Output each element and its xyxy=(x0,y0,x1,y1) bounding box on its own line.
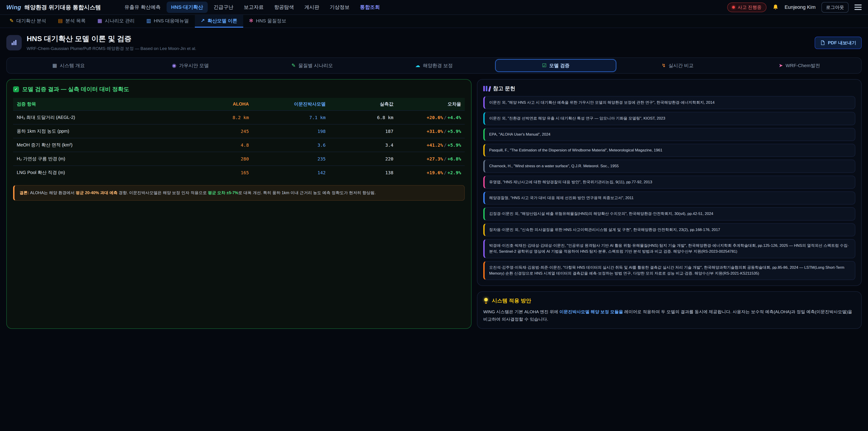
menu-icon[interactable] xyxy=(855,4,862,10)
incident-badge-label: 사고 진행중 xyxy=(738,4,762,10)
references-card-title: 참고 문헌 xyxy=(483,85,855,92)
subnav-item-label: 확산모델 이론 xyxy=(208,18,237,24)
metric-name: H₂ 가연성 구름 반경 (m) xyxy=(13,152,185,166)
error-rates: +19.6%/+2.9% xyxy=(397,166,465,179)
main-nav: 유출유 확산예측 HNS·대기확산 긴급구난 보고자료 항공탐색 게시판 기상정… xyxy=(120,2,384,13)
measured-value: 187 xyxy=(329,124,397,138)
subnav-item[interactable]: ✻ HNS 물질정보 xyxy=(243,15,292,28)
aloha-error-rate: +41.2% xyxy=(427,143,443,148)
subnav-item[interactable]: ▦ 시나리오 관리 xyxy=(92,15,141,28)
chart-icon xyxy=(6,35,22,51)
incident-status-badge: 사고 진행중 xyxy=(727,2,767,12)
subnav-item-label: HNS 물질정보 xyxy=(256,18,286,24)
section-tabs: ▦ 시스템 개요 ◉ 가우시안 모델 ✎ 물질별 시나리오 ☁ 해양환경 보정 … xyxy=(6,57,862,74)
pdf-export-button[interactable]: PDF 내보내기 xyxy=(815,37,862,49)
model-value: 235 xyxy=(252,152,329,166)
tab-label: 시스템 개요 xyxy=(60,62,85,69)
subnav-item-icon: ✻ xyxy=(249,18,253,23)
note-segment: 평균 20-40% 과대 예측 xyxy=(76,190,118,195)
brand[interactable]: Wing 해양환경 위기대응 통합시스템 xyxy=(6,4,101,11)
note-segment: 경향. 이문진박사모델은 해양 보정 인자 적용으로 xyxy=(118,190,208,195)
reference-item[interactable]: 이문진 외, "해양 HNS 사고 시 대기확산 예측을 위한 가우시안 모델의… xyxy=(483,96,855,109)
system-application-card: 시스템 적용 방안 WING 시스템은 기본 ALOHA 엔진 위에 이문진박사… xyxy=(477,291,862,329)
nav-item[interactable]: 항공탐색 xyxy=(270,2,299,13)
subnav-item[interactable]: ↗ 확산모델 이론 xyxy=(195,15,243,28)
reference-item[interactable]: Charnock, H., "Wind stress on a water su… xyxy=(483,160,855,173)
model-error-rate: +6.8% xyxy=(447,156,461,162)
application-title-text: 시스템 적용 방안 xyxy=(492,297,531,304)
col-header-metric: 검증 항목 xyxy=(13,98,185,111)
model-validation-card: ✓ 모델 검증 결과 — 실측 데이터 대비 정확도 검증 항목 ALOHA 이… xyxy=(6,79,471,329)
tab[interactable]: ➤ WRF-Chem발전 xyxy=(739,59,860,72)
nav-item[interactable]: 게시판 xyxy=(300,2,324,13)
reference-item[interactable]: 해양경찰청, "HNS 사고 국가 대비 대응 체제 선진화 방안 연구용역 최… xyxy=(483,191,855,205)
subnav-item-label: 분석 목록 xyxy=(65,18,86,24)
page-title: HNS 대기확산 모델 이론 및 검증 xyxy=(27,34,196,44)
tab[interactable]: ☑ 모델 검증 xyxy=(495,59,616,72)
nav-item[interactable]: 유출유 확산예측 xyxy=(120,2,165,13)
tab-icon: ↯ xyxy=(662,63,666,68)
nav-item[interactable]: 긴급구난 xyxy=(209,2,238,13)
subnav-item-label: 대기확산 분석 xyxy=(16,18,46,24)
table-row: MeOH 증기 확산 면적 (km²) 4.8 3.6 3.4 +41.2%/+… xyxy=(13,138,465,152)
subnav-item-icon: ▤ xyxy=(58,18,63,23)
reference-item[interactable]: EPA, "ALOHA User's Manual", 2024 xyxy=(483,128,855,141)
tab-label: 실시간 비교 xyxy=(669,62,694,69)
tab-icon: ✎ xyxy=(291,63,296,68)
application-segment: WING 시스템은 기본 ALOHA 엔진 위에 xyxy=(483,309,559,314)
tab-icon: ☑ xyxy=(542,63,547,68)
logout-button[interactable]: 로그아웃 xyxy=(822,2,848,13)
header-titles: HNS 대기확산 모델 이론 및 검증 WRF-Chem·Gaussian Pl… xyxy=(27,34,196,52)
nav-item[interactable]: 통합조회 xyxy=(355,2,384,13)
col-header-measured: 실측값 xyxy=(329,98,397,111)
tab[interactable]: ↯ 실시간 비교 xyxy=(617,59,738,72)
col-header-aloha: ALOHA xyxy=(185,98,252,111)
measured-value: 220 xyxy=(329,152,397,166)
main-content: ✓ 모델 검증 결과 — 실측 데이터 대비 정확도 검증 항목 ALOHA 이… xyxy=(6,79,862,329)
model-error-rate: +5.9% xyxy=(447,129,461,134)
error-rates: +31.0%/+5.9% xyxy=(397,124,465,138)
conclusion-note: 결론: ALOHA는 해양 환경에서 평균 20-40% 과대 예측 경향. 이… xyxy=(13,185,465,201)
notification-bell-icon[interactable] xyxy=(772,4,779,10)
nav-item[interactable]: HNS·대기확산 xyxy=(166,2,208,13)
error-rates: +27.3%/+6.8% xyxy=(397,152,465,166)
brand-name: 해양환경 위기대응 통합시스템 xyxy=(24,4,101,11)
reference-item[interactable]: 오진석·김주영·이득재·김용범·최준·이문진, "다항목 HNS 데이터의 실시… xyxy=(483,261,855,280)
reference-item[interactable]: 박경애·이진호·박재진·김태성·김태성·이문진, "인공위성 원격탐사 기반 A… xyxy=(483,239,855,258)
col-header-model: 이문진박사모델 xyxy=(252,98,329,111)
reference-item[interactable]: 정차용·이문진 외, "신속한 의사결정을 위한 HNS 사고이력관리시스템 설… xyxy=(483,223,855,237)
measured-value: 138 xyxy=(329,166,397,179)
document-icon xyxy=(820,40,825,45)
tab[interactable]: ▦ 시스템 개요 xyxy=(8,59,129,72)
nav-item[interactable]: 기상정보 xyxy=(325,2,354,13)
validation-table-head: 검증 항목 ALOHA 이문진박사모델 실측값 오차율 xyxy=(13,98,465,111)
table-row: 풍하 1km 지점 농도 (ppm) 245 198 187 +31.0%/+5… xyxy=(13,124,465,138)
model-value: 7.1 km xyxy=(252,111,329,124)
subnav-item[interactable]: ✎ 대기확산 분석 xyxy=(4,15,52,28)
application-card-title: 시스템 적용 방안 xyxy=(483,297,855,304)
tab-label: 가우시안 모델 xyxy=(179,62,209,69)
note-segment: 평균 오차 ±5-7% xyxy=(208,190,238,195)
reference-item[interactable]: Pasquill, F., "The Estimation of the Dis… xyxy=(483,144,855,157)
references-title-text: 참고 문헌 xyxy=(493,85,515,92)
aloha-error-rate: +20.6% xyxy=(427,115,443,120)
tab[interactable]: ✎ 물질별 시나리오 xyxy=(252,59,373,72)
subnav-item[interactable]: ▥ HNS 대응매뉴얼 xyxy=(141,15,195,28)
tab-icon: ➤ xyxy=(779,63,783,68)
validation-card-title: ✓ 모델 검증 결과 — 실측 데이터 대비 정확도 xyxy=(13,86,465,93)
metric-name: NH₃ 최대 도달거리 (AEGL-2) xyxy=(13,111,185,124)
tab[interactable]: ◉ 가우시안 모델 xyxy=(130,59,251,72)
app-root: Wing 해양환경 위기대응 통합시스템 유출유 확산예측 HNS·대기확산 긴… xyxy=(0,0,868,329)
nav-item[interactable]: 보고자료 xyxy=(239,2,268,13)
aloha-value: 8.2 km xyxy=(185,111,252,124)
wing-logo: Wing xyxy=(6,4,21,11)
reference-item[interactable]: 김정경·이문진 외, "해양산업시설 배출 위험유해물질(HNS)의 해양확산 … xyxy=(483,207,855,220)
note-segment: 로 대폭 개선. 특히 풍하 1km 이내 근거리 농도 예측 정확도가 현저히… xyxy=(238,190,376,195)
reference-item[interactable]: 유영엽, "HNS 재난사고에 대한 해양경찰의 대응 방안", 한국위기관리논… xyxy=(483,176,855,189)
validation-title-text: 모델 검증 결과 — 실측 데이터 대비 정확도 xyxy=(22,86,129,93)
model-value: 142 xyxy=(252,166,329,179)
subnav-item[interactable]: ▤ 분석 목록 xyxy=(52,15,92,28)
reference-item[interactable]: 이문진 외, "친환경 선박연료 해양 유출 시 대기확산 특성 연구 — 암모… xyxy=(483,112,855,125)
tab-label: 물질별 시나리오 xyxy=(298,62,333,69)
tab[interactable]: ☁ 해양환경 보정 xyxy=(374,59,495,72)
